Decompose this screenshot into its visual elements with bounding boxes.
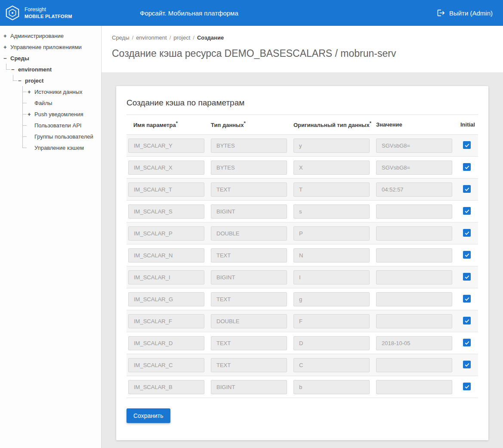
original-type-input[interactable] xyxy=(293,380,370,394)
breadcrumb-item[interactable]: Среды xyxy=(112,34,130,41)
logout-button[interactable]: Выйти (Admin) xyxy=(437,9,503,17)
param-name-input[interactable] xyxy=(128,248,204,263)
initial-checkbox[interactable] xyxy=(463,361,471,368)
value-input[interactable] xyxy=(376,226,452,241)
sidebar-item[interactable]: Управление кэшем xyxy=(0,142,101,153)
sidebar-item[interactable]: Пользователи API xyxy=(0,120,101,131)
data-type-input[interactable] xyxy=(211,358,287,372)
data-type-input[interactable] xyxy=(211,248,287,263)
initial-checkbox[interactable] xyxy=(463,185,471,193)
breadcrumb-item: Создание xyxy=(197,34,224,41)
initial-checkbox[interactable] xyxy=(463,317,471,324)
initial-checkbox[interactable] xyxy=(463,273,471,281)
data-type-input[interactable] xyxy=(211,270,287,284)
original-type-input[interactable] xyxy=(293,161,370,175)
original-type-cell xyxy=(292,182,374,197)
data-type-input[interactable] xyxy=(211,161,287,175)
value-input[interactable] xyxy=(376,358,452,372)
sidebar-item[interactable]: −environment xyxy=(0,64,101,75)
data-type-input[interactable] xyxy=(211,292,287,306)
expand-plus-icon[interactable]: + xyxy=(28,111,34,117)
expand-plus-icon[interactable]: + xyxy=(28,89,34,95)
original-type-input[interactable] xyxy=(293,226,370,241)
original-type-input[interactable] xyxy=(293,248,370,263)
data-type-cell xyxy=(209,182,292,197)
sidebar-item-label: Push уведомления xyxy=(34,111,83,117)
value-input[interactable] xyxy=(376,270,452,284)
param-name-input[interactable] xyxy=(128,182,204,197)
data-type-cell xyxy=(209,314,292,328)
value-input[interactable] xyxy=(376,161,452,175)
param-name-cell xyxy=(127,204,209,219)
expand-plus-icon[interactable]: + xyxy=(3,33,10,39)
check-icon xyxy=(464,384,470,389)
param-name-input[interactable] xyxy=(128,380,204,394)
param-name-input[interactable] xyxy=(128,139,204,153)
param-name-input[interactable] xyxy=(128,226,204,241)
param-name-input[interactable] xyxy=(128,292,204,306)
sidebar-item[interactable]: +Push уведомления xyxy=(0,108,101,120)
collapse-minus-icon[interactable]: − xyxy=(18,77,25,84)
breadcrumb-separator: / xyxy=(170,34,171,41)
initial-checkbox[interactable] xyxy=(463,339,471,346)
value-input[interactable] xyxy=(376,380,452,394)
initial-checkbox[interactable] xyxy=(463,229,471,237)
sidebar-item[interactable]: −Среды xyxy=(0,53,101,64)
param-name-input[interactable] xyxy=(128,161,204,175)
breadcrumb-item[interactable]: project xyxy=(173,34,190,41)
sidebar-item[interactable]: −project xyxy=(0,75,101,86)
original-type-input[interactable] xyxy=(293,270,370,284)
data-type-input[interactable] xyxy=(211,204,287,219)
data-type-input[interactable] xyxy=(211,226,287,241)
param-name-input[interactable] xyxy=(128,336,204,350)
param-name-cell xyxy=(127,358,209,372)
value-input[interactable] xyxy=(376,204,452,219)
initial-checkbox[interactable] xyxy=(463,141,471,149)
sidebar-item[interactable]: +Управление приложениями xyxy=(0,41,101,53)
original-type-input[interactable] xyxy=(293,204,370,219)
initial-checkbox[interactable] xyxy=(463,163,471,171)
data-type-input[interactable] xyxy=(211,336,287,350)
original-type-input[interactable] xyxy=(293,358,370,372)
sidebar-item[interactable]: Группы пользователей xyxy=(0,131,101,142)
collapse-minus-icon[interactable]: − xyxy=(3,55,10,62)
sidebar-item[interactable]: Файлы xyxy=(0,97,101,108)
original-type-input[interactable] xyxy=(293,139,370,153)
param-name-input[interactable] xyxy=(128,204,204,219)
original-type-input[interactable] xyxy=(293,292,370,306)
param-name-input[interactable] xyxy=(128,270,204,284)
sidebar-item[interactable]: +Администрирование xyxy=(0,30,101,41)
value-input[interactable] xyxy=(376,314,452,328)
save-button[interactable]: Сохранить xyxy=(127,408,170,423)
param-name-input[interactable] xyxy=(128,358,204,372)
data-type-input[interactable] xyxy=(211,182,287,197)
param-name-cell xyxy=(127,226,209,241)
value-input[interactable] xyxy=(376,139,452,153)
initial-checkbox[interactable] xyxy=(463,251,471,259)
data-type-input[interactable] xyxy=(211,314,287,328)
table-row xyxy=(127,135,478,157)
data-type-input[interactable] xyxy=(211,380,287,394)
value-input[interactable] xyxy=(376,292,452,306)
original-type-input[interactable] xyxy=(293,182,370,197)
data-type-input[interactable] xyxy=(211,139,287,153)
breadcrumb-item[interactable]: environment xyxy=(136,34,167,41)
collapse-minus-icon[interactable]: − xyxy=(11,66,18,73)
value-input[interactable] xyxy=(376,182,452,197)
original-type-input[interactable] xyxy=(293,314,370,328)
initial-cell xyxy=(457,361,478,369)
initial-checkbox[interactable] xyxy=(463,383,471,390)
initial-checkbox[interactable] xyxy=(463,207,471,215)
initial-checkbox[interactable] xyxy=(463,295,471,303)
value-input[interactable] xyxy=(376,248,452,263)
value-input[interactable] xyxy=(376,336,452,350)
sidebar-item[interactable]: +Источники данных xyxy=(0,86,101,97)
table-row xyxy=(127,266,478,288)
original-type-input[interactable] xyxy=(293,336,370,350)
param-name-input[interactable] xyxy=(128,314,204,328)
original-type-cell xyxy=(292,139,374,153)
value-cell xyxy=(374,182,457,197)
expand-plus-icon[interactable]: + xyxy=(3,44,10,50)
table-row xyxy=(127,244,478,266)
logout-icon xyxy=(437,9,445,17)
